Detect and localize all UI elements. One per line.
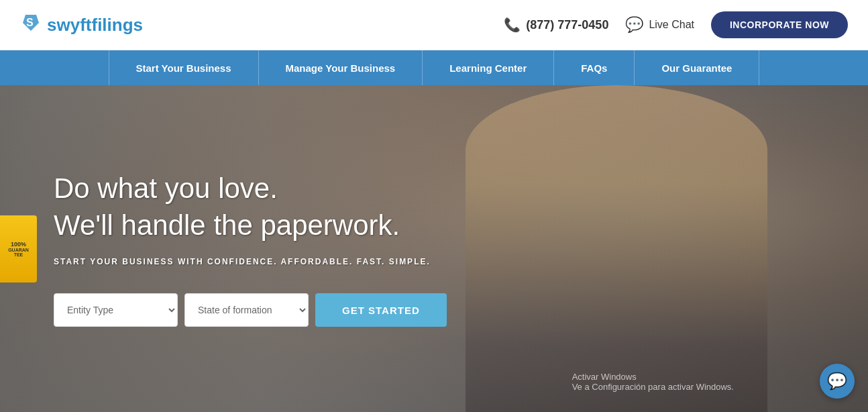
hero-content: Do what you love. We'll handle the paper… xyxy=(0,85,868,412)
top-bar: S swyftfilings 📞 (877) 777-0450 💬 Live C… xyxy=(0,0,868,50)
windows-watermark-line2: Ve a Configuración para activar Windows. xyxy=(572,382,734,392)
hero-section: 100% GUARANTEE Do what you love. We'll h… xyxy=(0,85,868,412)
floating-chat-icon: 💬 xyxy=(827,372,847,391)
svg-text:S: S xyxy=(26,17,34,28)
logo-text: swyftfilings xyxy=(47,15,143,36)
hero-form: Entity Type LLC Corporation Nonprofit DB… xyxy=(54,293,814,327)
live-chat-button[interactable]: 💬 Live Chat xyxy=(625,16,694,34)
windows-watermark-line1: Activar Windows xyxy=(572,372,734,382)
chat-icon: 💬 xyxy=(625,16,643,34)
hero-headline-line2: We'll handle the paperwork. xyxy=(54,209,400,241)
phone-number: (877) 777-0450 xyxy=(526,18,608,32)
state-of-formation-select[interactable]: State of formation Alabama Alaska Arizon… xyxy=(184,293,309,327)
live-chat-label: Live Chat xyxy=(649,19,694,31)
nav-item-learning-center[interactable]: Learning Center xyxy=(423,50,554,85)
logo-icon: S xyxy=(20,12,42,38)
windows-watermark: Activar Windows Ve a Configuración para … xyxy=(572,372,734,392)
nav-bar: Start Your Business Manage Your Business… xyxy=(0,50,868,85)
hero-subtext: START YOUR BUSINESS WITH CONFIDENCE. AFF… xyxy=(54,257,814,266)
seal-badge: 100% GUARANTEE xyxy=(0,215,37,282)
header-actions: 📞 (877) 777-0450 💬 Live Chat INCORPORATE… xyxy=(504,11,848,38)
entity-type-select[interactable]: Entity Type LLC Corporation Nonprofit DB… xyxy=(54,293,178,327)
hero-headline-line1: Do what you love. xyxy=(54,172,278,204)
get-started-button[interactable]: GET STARTED xyxy=(315,293,447,327)
hero-headline: Do what you love. We'll handle the paper… xyxy=(54,170,456,244)
phone-icon: 📞 xyxy=(504,17,521,33)
logo-brand-colored: filings xyxy=(91,15,143,35)
nav-item-guarantee[interactable]: Our Guarantee xyxy=(635,50,759,85)
nav-item-faqs[interactable]: FAQs xyxy=(554,50,635,85)
nav-item-start-business[interactable]: Start Your Business xyxy=(109,50,259,85)
floating-chat-button[interactable]: 💬 xyxy=(820,364,855,399)
logo-brand: swyft xyxy=(47,15,91,35)
incorporate-now-button[interactable]: INCORPORATE NOW xyxy=(711,11,848,38)
phone-section: 📞 (877) 777-0450 xyxy=(504,17,608,33)
logo: S swyftfilings xyxy=(20,12,143,38)
nav-item-manage-business[interactable]: Manage Your Business xyxy=(259,50,423,85)
